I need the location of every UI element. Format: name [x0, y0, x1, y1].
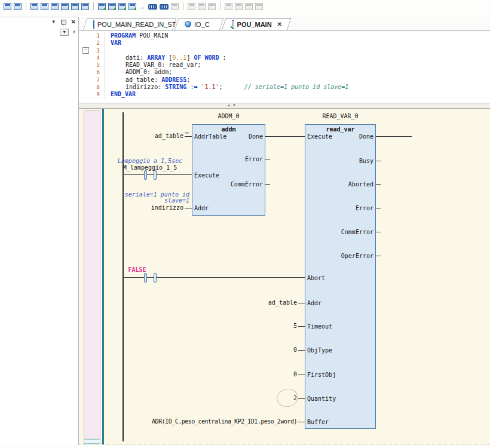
toolbar: → [0, 0, 490, 16]
step-window-icon[interactable] [128, 3, 136, 10]
operand-quantity[interactable]: 2 [151, 395, 297, 401]
pou-document-icon [93, 20, 94, 29]
contact-bar [144, 273, 147, 283]
operand-objtype[interactable]: 0 [151, 346, 297, 353]
fbd-canvas[interactable]: ADDM_0 addm AddrTable Execute Addr Done … [79, 109, 490, 445]
step-window-icon[interactable] [98, 3, 106, 10]
run-arrow-icon[interactable]: → [139, 3, 146, 10]
step-window-icon[interactable] [118, 3, 126, 10]
read-var-pin-quantity: Quantity [307, 395, 336, 402]
pou-window-icon[interactable] [71, 3, 79, 10]
code-line[interactable]: 5READ_VAR_0: read_var; [79, 62, 490, 69]
code-line[interactable]: 2VAR [79, 39, 490, 47]
line-number: 2 [79, 39, 104, 47]
read-var-pin-objtype: ObjType [307, 347, 332, 354]
pou-window-icon[interactable] [4, 3, 11, 10]
window-icon[interactable] [225, 3, 232, 10]
code-line[interactable]: 1PROGRAM POU_MAIN [79, 32, 490, 39]
wire [298, 375, 305, 375]
pin-icon[interactable] [61, 20, 66, 24]
tab-pou-main[interactable]: POU_MAIN ✕ [223, 18, 289, 30]
wire [298, 326, 305, 327]
contact-false-label[interactable]: FALSE [121, 266, 154, 273]
wire [298, 350, 305, 351]
window-icon[interactable] [255, 3, 263, 10]
codesys-window: → ▼ ✕ ▼ ∧ POU_MAIN_READ_IN_ST IO_C [0, 0, 490, 448]
code-line[interactable]: 8indirizzo: STRING := '1.1'; // seriale=… [79, 84, 490, 91]
addm-instance-label[interactable]: ADDM_0 [192, 113, 265, 119]
code-text [104, 47, 111, 54]
window-icon[interactable] [188, 3, 195, 10]
line-number: 5 [79, 62, 104, 69]
bus-badge-icon[interactable] [148, 4, 157, 10]
address-marker: ** [185, 131, 188, 136]
operand-buffer[interactable]: ADR(IO_C.peso_centralina_KP2_ID1.peso_2w… [139, 418, 297, 425]
hook-icon[interactable] [171, 3, 179, 10]
window-icon[interactable] [208, 3, 216, 10]
dock-panel-header: ▼ ✕ [51, 19, 76, 25]
read-var-pin-opererror: OperError [341, 253, 373, 259]
read-var-pin-busy: Busy [359, 158, 373, 164]
addm-block[interactable]: addm AddrTable Execute Addr Done Error C… [192, 124, 265, 216]
addm-pin-done: Done [249, 133, 263, 140]
operand-timeout[interactable]: 5 [151, 323, 297, 329]
pou-window-icon[interactable] [61, 3, 69, 10]
step-window-icon[interactable] [108, 3, 116, 10]
combo-chevron-icon[interactable]: ▼ [60, 29, 69, 36]
code-text: PROGRAM POU_MAIN [104, 32, 168, 39]
code-line[interactable]: 3 [79, 47, 490, 54]
declaration-editor[interactable]: 1PROGRAM POU_MAIN2VAR34dati: ARRAY [0..1… [79, 31, 490, 103]
read-var-block[interactable]: read_var Execute Abort Addr Timeout ObjT… [305, 124, 376, 429]
toolbar-separator [93, 2, 94, 10]
comment-lampeggio[interactable]: Lampeggio a 1,5sec [108, 158, 192, 164]
read-var-instance-label[interactable]: READ_VAR_0 [305, 113, 376, 119]
tab-label: POU_MAIN [237, 21, 272, 28]
fold-collapse-icon[interactable]: − [82, 47, 89, 54]
tab-pou-main-read-in-st[interactable]: POU_MAIN_READ_IN_ST [85, 18, 174, 30]
window-icon[interactable] [198, 3, 206, 10]
pin-stub [376, 208, 381, 208]
pou-window-icon[interactable] [41, 3, 48, 10]
pin-stub [265, 184, 270, 185]
code-text: dati: ARRAY [0..1] OF WORD ; [104, 54, 226, 62]
contact-m-lampeggio-label[interactable]: M_lampeggio_1_5 [108, 164, 192, 171]
code-line[interactable]: 9END_VAR [79, 91, 490, 98]
pou-window-icon[interactable] [81, 3, 89, 10]
operand-ad-table-2[interactable]: ad_table [151, 299, 297, 306]
margin-divider [102, 109, 104, 445]
editor-splitter[interactable]: ▲▼ [79, 103, 490, 109]
globe-icon [185, 21, 191, 27]
collapse-icon[interactable]: ∧ [72, 29, 76, 35]
dock-panel-subheader: ▼ ∧ [60, 29, 76, 36]
operand-indirizzo[interactable]: indirizzo [136, 204, 183, 211]
tab-close-icon[interactable]: ✕ [277, 21, 282, 27]
pou-window-icon[interactable] [30, 3, 38, 10]
read-var-pin-addr: Addr [307, 300, 321, 306]
line-number: 8 [79, 84, 104, 91]
close-icon[interactable]: ✕ [71, 19, 76, 25]
code-line[interactable]: 7ad_table: ADDRESS; [79, 76, 490, 84]
read-var-pin-aborted: Aborted [348, 181, 373, 188]
pou-window-icon[interactable] [14, 3, 22, 10]
code-line[interactable]: 4dati: ARRAY [0..1] OF WORD ; [79, 54, 490, 62]
window-icon[interactable] [245, 3, 253, 10]
operand-firstobj[interactable]: 0 [151, 371, 297, 378]
tab-io-c[interactable]: IO_C [176, 18, 222, 30]
operand-ad-table[interactable]: ad_table [136, 133, 183, 139]
wire [123, 277, 305, 278]
splitter-arrows-icon[interactable]: ▲▼ [227, 103, 238, 107]
pin-stub [376, 256, 381, 256]
read-var-pin-timeout: Timeout [307, 323, 332, 330]
window-icon[interactable] [235, 3, 243, 10]
line-number: 6 [79, 69, 104, 76]
contact-bar [154, 170, 157, 180]
comment-seriale[interactable]: seriale=1 punto idslave=1 [112, 192, 189, 204]
code-text: ADDM_0: addm; [104, 69, 172, 76]
pou-document-icon [232, 20, 234, 29]
line-number: 9 [79, 91, 104, 98]
exit-badge-icon[interactable] [160, 4, 169, 10]
dock-panel: ▼ ✕ ▼ ∧ [0, 17, 79, 445]
chevron-down-icon[interactable]: ▼ [51, 19, 56, 25]
code-line[interactable]: 6ADDM_0: addm; [79, 69, 490, 76]
pou-window-icon[interactable] [51, 3, 59, 10]
